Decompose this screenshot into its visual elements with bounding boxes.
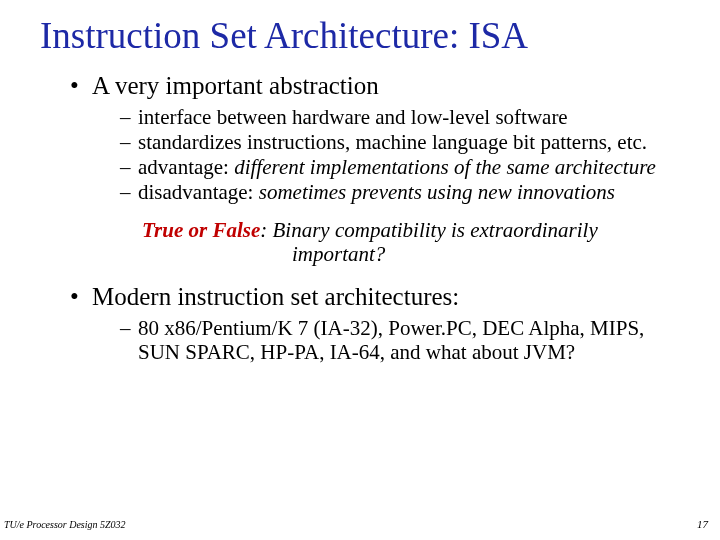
question-colon: : [260,218,272,242]
bullet-text: Modern instruction set architectures: [92,283,459,310]
bullet-item: Modern instruction set architectures: 80… [70,282,670,364]
sub-item: interface between hardware and low-level… [120,105,670,129]
bullet-item: A very important abstraction interface b… [70,71,670,266]
sub-list: interface between hardware and low-level… [92,105,670,205]
sub-desc: sometimes prevents using new innovations [259,180,615,204]
footer-left: TU/e Processor Design 5Z032 [4,519,126,530]
sub-label: disadvantage: [138,180,259,204]
question-label: True or False [142,218,260,242]
sub-list: 80 x86/Pentium/K 7 (IA-32), Power.PC, DE… [92,316,670,364]
bullet-text: A very important abstraction [92,72,379,99]
bullet-list: A very important abstraction interface b… [70,71,670,364]
slide: Instruction Set Architecture: ISA A very… [0,0,720,540]
slide-body: A very important abstraction interface b… [0,57,670,364]
sub-desc: different implementations of the same ar… [234,155,656,179]
sub-item: disadvantage: sometimes prevents using n… [120,180,670,204]
sub-item: standardizes instructions, machine langu… [120,130,670,154]
page-number: 17 [697,518,708,530]
question-line1: Binary compatibility is extraordinarily [272,218,597,242]
question-block: True or False: Binary compatibility is e… [142,218,670,266]
sub-item: advantage: different implementations of … [120,155,670,179]
sub-label: advantage: [138,155,234,179]
slide-title: Instruction Set Architecture: ISA [0,0,720,57]
sub-item: 80 x86/Pentium/K 7 (IA-32), Power.PC, DE… [120,316,670,364]
question-line2: important? [142,242,385,266]
